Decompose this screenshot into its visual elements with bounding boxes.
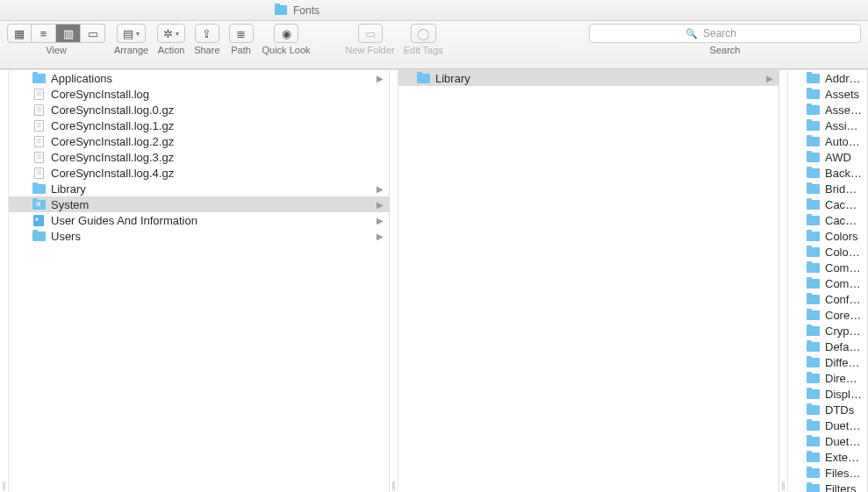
- list-item[interactable]: Displays: [788, 386, 867, 402]
- list-item[interactable]: CoreSyncInstall.log: [9, 86, 389, 102]
- item-name: Users: [51, 230, 81, 243]
- view-label: View: [46, 45, 67, 55]
- column-1[interactable]: Applications▶CoreSyncInstall.logCoreSync…: [9, 70, 390, 492]
- list-item[interactable]: Components: [788, 260, 867, 275]
- list-item[interactable]: Library▶: [398, 70, 778, 86]
- share-button[interactable]: ⇪: [195, 24, 219, 43]
- action-button[interactable]: ✲▾: [157, 24, 185, 43]
- list-item[interactable]: Extensions: [788, 449, 867, 465]
- list-item[interactable]: XSystem▶: [9, 196, 389, 212]
- item-name: Caches: [825, 214, 862, 227]
- arrange-group: ▤▾ Arrange: [114, 24, 148, 55]
- item-name: CryptoTokenKit: [825, 324, 862, 338]
- item-name: Library: [435, 72, 470, 85]
- list-item[interactable]: CoreSyncInstall.log.0.gz: [9, 102, 389, 118]
- list-item[interactable]: CoreSyncInstall.log.1.gz: [9, 118, 389, 133]
- list-item[interactable]: ColorSync: [788, 244, 867, 260]
- column-3[interactable]: Address Book Plug-InsAssetsAssetTypeDesc…: [788, 70, 868, 492]
- edittags-label: Edit Tags: [404, 45, 443, 55]
- view-columns-button[interactable]: ▥: [56, 24, 81, 43]
- list-item[interactable]: DirectoryServices: [788, 370, 867, 386]
- edittags-group: ◯ Edit Tags: [404, 24, 443, 55]
- list-item[interactable]: User Guides And Information▶: [9, 212, 389, 228]
- list-item[interactable]: Caches: [788, 212, 867, 228]
- document-icon: [32, 151, 46, 163]
- list-item[interactable]: ConfigurationProfiles: [788, 291, 867, 307]
- item-name: Extensions: [825, 451, 862, 464]
- list-item[interactable]: Colors: [788, 228, 867, 244]
- edit-tags-button[interactable]: ◯: [411, 24, 436, 43]
- list-item[interactable]: Filesystems: [788, 465, 867, 481]
- column-divider-2[interactable]: ∥: [779, 70, 788, 492]
- list-item[interactable]: CoreServices: [788, 307, 867, 323]
- item-name: CoreServices: [825, 309, 862, 322]
- folder-icon: [806, 324, 820, 337]
- list-item[interactable]: Assets: [788, 86, 867, 102]
- path-icon: ≣: [236, 28, 246, 39]
- item-name: CoreSyncInstall.log.3.gz: [51, 151, 174, 164]
- list-item[interactable]: DuetActivityScheduler: [788, 417, 867, 433]
- list-item[interactable]: DefaultsConfigurations: [788, 339, 867, 354]
- folder-icon: [32, 182, 46, 195]
- search-label: Search: [710, 45, 741, 55]
- list-item[interactable]: Filters: [788, 481, 867, 492]
- list-item[interactable]: Compositions: [788, 275, 867, 291]
- chevron-down-icon: ▾: [136, 30, 140, 38]
- folder-icon: [806, 119, 820, 132]
- list-item[interactable]: CryptoTokenKit: [788, 323, 867, 339]
- list-item[interactable]: DuetKnowledgeBase: [788, 433, 867, 449]
- folder-icon: [806, 356, 820, 368]
- title-tab[interactable]: Fonts: [263, 0, 330, 20]
- folder-icon: [806, 230, 820, 242]
- item-name: AssetTypeDescriptors: [825, 103, 862, 117]
- list-item[interactable]: Automator: [788, 133, 867, 149]
- folder-icon: [806, 182, 820, 195]
- quicklook-button[interactable]: ◉: [274, 24, 298, 43]
- list-item[interactable]: Applications▶: [9, 70, 389, 86]
- list-item[interactable]: AssetTypeDescriptors: [788, 102, 867, 118]
- chevron-right-icon: ▶: [377, 200, 384, 210]
- list-item[interactable]: DTDs: [788, 402, 867, 417]
- list-item[interactable]: Address Book Plug-Ins: [788, 70, 867, 86]
- arrange-button[interactable]: ▤▾: [117, 24, 146, 43]
- list-item[interactable]: Users▶: [9, 228, 389, 244]
- document-icon: [32, 167, 46, 179]
- column-divider-1[interactable]: ∥: [390, 70, 398, 492]
- list-item[interactable]: DifferentialPrivacy: [788, 354, 867, 370]
- folder-icon: [806, 135, 820, 147]
- item-name: CacheDelete: [825, 198, 862, 211]
- list-item[interactable]: AWD: [788, 149, 867, 165]
- search-input[interactable]: [703, 27, 764, 39]
- list-item[interactable]: CoreSyncInstall.log.4.gz: [9, 165, 389, 181]
- new-folder-button[interactable]: ▭: [358, 24, 383, 43]
- columns-view: ∥ Applications▶CoreSyncInstall.logCoreSy…: [0, 69, 868, 492]
- document-icon: [32, 119, 46, 132]
- item-name: AWD: [825, 151, 851, 164]
- item-name: Address Book Plug-Ins: [825, 72, 862, 85]
- list-item[interactable]: Library▶: [9, 181, 389, 196]
- list-item[interactable]: Backup: [788, 165, 867, 181]
- folder-icon: [806, 72, 820, 84]
- list-item[interactable]: BridgeSupport: [788, 181, 867, 196]
- view-gallery-button[interactable]: ▭: [81, 24, 105, 43]
- item-name: CoreSyncInstall.log.1.gz: [51, 119, 174, 132]
- gutter-left[interactable]: ∥: [0, 70, 9, 492]
- list-icon: ≡: [40, 28, 47, 39]
- tag-icon: ◯: [417, 28, 430, 39]
- search-icon: 🔍: [685, 29, 698, 39]
- column-2[interactable]: Library▶: [398, 70, 779, 492]
- view-list-button[interactable]: ≡: [32, 24, 56, 43]
- list-item[interactable]: CoreSyncInstall.log.2.gz: [9, 133, 389, 149]
- newfolder-group: ▭ New Folder: [346, 24, 395, 55]
- view-icon-button[interactable]: ▦: [7, 24, 32, 43]
- search-field[interactable]: 🔍: [589, 24, 861, 43]
- share-group: ⇪ Share: [194, 24, 219, 55]
- list-item[interactable]: CoreSyncInstall.log.3.gz: [9, 149, 389, 165]
- newfolder-label: New Folder: [346, 45, 395, 55]
- item-name: Backup: [825, 167, 862, 180]
- list-item[interactable]: Assistant: [788, 118, 867, 133]
- item-name: ConfigurationProfiles: [825, 293, 862, 306]
- path-button[interactable]: ≣: [229, 24, 254, 43]
- folder-icon: [806, 467, 820, 479]
- list-item[interactable]: CacheDelete: [788, 196, 867, 212]
